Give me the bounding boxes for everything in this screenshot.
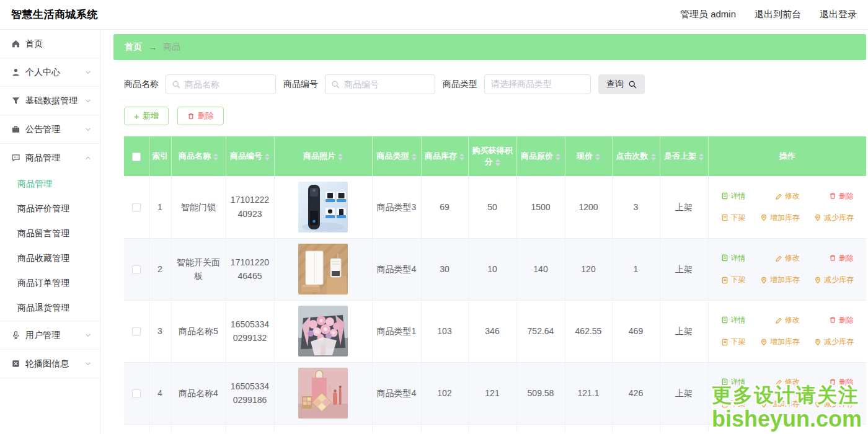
action-add-stock[interactable]: 增加库存 bbox=[760, 336, 800, 348]
cell-price: 120 bbox=[565, 238, 612, 300]
sidebar-item-5[interactable]: 用户管理 bbox=[0, 321, 100, 349]
cell-on-shelf: 上架 bbox=[660, 238, 708, 300]
action-off-shelf[interactable]: 下架 bbox=[721, 336, 746, 348]
action-add-stock[interactable]: 增加库存 bbox=[760, 398, 800, 410]
pin-icon bbox=[760, 214, 768, 221]
sidebar-subitem-4-4[interactable]: 商品订单管理 bbox=[0, 271, 100, 296]
action-delete[interactable]: 删除 bbox=[829, 252, 854, 264]
action-reduce-stock[interactable]: 减少库存 bbox=[814, 212, 854, 224]
sidebar-item-0[interactable]: 首页 bbox=[0, 30, 100, 58]
cell-stock: 103 bbox=[421, 300, 468, 362]
sort-caret-icon[interactable] bbox=[595, 153, 600, 161]
cell-type: 商品类型4 bbox=[372, 362, 421, 424]
sort-caret-icon[interactable] bbox=[556, 153, 560, 161]
name-filter-input[interactable] bbox=[185, 79, 270, 89]
column-header-original_price[interactable]: 商品原价 bbox=[516, 136, 565, 176]
chevron-down-icon bbox=[85, 332, 91, 339]
sidebar-item-4[interactable]: 商品管理 bbox=[0, 144, 100, 172]
doc-icon bbox=[721, 316, 728, 324]
cell-code: 1710122046465 bbox=[226, 238, 274, 300]
action-reduce-stock[interactable]: 减少库存 bbox=[814, 274, 854, 286]
row-checkbox[interactable] bbox=[132, 203, 141, 212]
code-filter-field[interactable] bbox=[325, 74, 435, 94]
cell-points: 346 bbox=[468, 300, 516, 362]
action-delete[interactable]: 删除 bbox=[829, 314, 854, 326]
search-button[interactable]: 查询 bbox=[598, 74, 645, 94]
select-all-checkbox[interactable] bbox=[132, 153, 141, 161]
action-off-shelf[interactable]: 下架 bbox=[721, 212, 746, 224]
exit-to-front-link[interactable]: 退出到前台 bbox=[755, 9, 801, 20]
column-header-stock[interactable]: 商品库存 bbox=[421, 136, 468, 176]
sidebar-item-label: 用户管理 bbox=[25, 330, 85, 341]
action-delete[interactable]: 删除 bbox=[829, 190, 854, 202]
pencil-icon bbox=[775, 254, 782, 262]
sidebar-item-label: 公告管理 bbox=[25, 124, 85, 135]
action-delete[interactable]: 删除 bbox=[829, 376, 854, 388]
action-detail[interactable]: 详情 bbox=[721, 190, 746, 202]
action-off-shelf[interactable]: 下架 bbox=[721, 398, 746, 410]
sidebar-subitem-4-2[interactable]: 商品留言管理 bbox=[0, 221, 100, 246]
column-header-price[interactable]: 现价 bbox=[565, 136, 612, 176]
column-header-on_shelf[interactable]: 是否上架 bbox=[660, 136, 708, 176]
code-filter-input[interactable] bbox=[344, 79, 429, 89]
type-filter-select[interactable]: 请选择商品类型 bbox=[484, 74, 591, 94]
sidebar-subitem-4-5[interactable]: 商品退货管理 bbox=[0, 296, 100, 321]
cell-clicks: 426 bbox=[612, 362, 660, 424]
sort-caret-icon[interactable] bbox=[412, 153, 417, 161]
pencil-icon bbox=[775, 192, 782, 200]
sidebar-group: 首页 bbox=[0, 30, 100, 58]
sidebar-subitem-4-3[interactable]: 商品收藏管理 bbox=[0, 246, 100, 271]
sort-caret-icon[interactable] bbox=[265, 153, 270, 161]
column-header-points[interactable]: 购买获得积分 bbox=[468, 136, 516, 176]
action-off-shelf[interactable]: 下架 bbox=[721, 274, 746, 286]
row-checkbox[interactable] bbox=[132, 265, 141, 274]
column-header-photo[interactable]: 商品照片 bbox=[274, 136, 372, 176]
cell-stock: 30 bbox=[421, 238, 468, 300]
doc-icon bbox=[721, 401, 728, 408]
action-edit[interactable]: 修改 bbox=[775, 252, 800, 264]
row-checkbox[interactable] bbox=[132, 327, 141, 336]
cell-original-price: 509.58 bbox=[516, 362, 565, 424]
action-edit[interactable]: 修改 bbox=[775, 314, 800, 326]
column-header-name[interactable]: 商品名称 bbox=[171, 136, 226, 176]
sort-caret-icon[interactable] bbox=[338, 153, 343, 161]
sidebar-item-2[interactable]: 基础数据管理 bbox=[0, 87, 100, 115]
pin-icon bbox=[760, 339, 768, 346]
user-icon bbox=[11, 68, 20, 77]
action-detail[interactable]: 详情 bbox=[721, 252, 746, 264]
action-edit[interactable]: 修改 bbox=[775, 376, 800, 388]
sort-caret-icon[interactable] bbox=[459, 153, 464, 161]
cell-type: 商品类型4 bbox=[372, 238, 421, 300]
action-edit[interactable]: 修改 bbox=[775, 190, 800, 202]
add-button[interactable]: + 新增 bbox=[124, 107, 169, 125]
action-add-stock[interactable]: 增加库存 bbox=[760, 212, 800, 224]
sort-caret-icon[interactable] bbox=[495, 159, 500, 166]
breadcrumb-home[interactable]: 首页 bbox=[125, 42, 142, 53]
sort-caret-icon[interactable] bbox=[699, 153, 704, 161]
delete-button[interactable]: 删除 bbox=[177, 107, 224, 125]
name-filter-field[interactable] bbox=[166, 74, 276, 94]
sidebar-subitem-4-0[interactable]: 商品管理 bbox=[0, 172, 100, 197]
sidebar-item-1[interactable]: 个人中心 bbox=[0, 58, 100, 86]
sort-caret-icon[interactable] bbox=[213, 153, 218, 161]
sidebar-item-label: 个人中心 bbox=[25, 67, 85, 78]
sidebar-item-6[interactable]: 轮播图信息 bbox=[0, 350, 100, 378]
cell-on-shelf: 上架 bbox=[660, 362, 708, 424]
sort-caret-icon[interactable] bbox=[651, 153, 656, 161]
sidebar-item-label: 商品管理 bbox=[25, 153, 85, 164]
column-header-type[interactable]: 商品类型 bbox=[372, 136, 421, 176]
action-detail[interactable]: 详情 bbox=[721, 376, 746, 388]
action-detail[interactable]: 详情 bbox=[721, 314, 746, 326]
column-header-code[interactable]: 商品编号 bbox=[226, 136, 274, 176]
search-icon bbox=[331, 80, 340, 89]
sidebar-item-3[interactable]: 公告管理 bbox=[0, 115, 100, 143]
logout-link[interactable]: 退出登录 bbox=[820, 9, 857, 20]
name-filter-label: 商品名称 bbox=[124, 79, 159, 90]
mic-icon bbox=[11, 330, 20, 340]
row-checkbox[interactable] bbox=[132, 389, 141, 398]
action-add-stock[interactable]: 增加库存 bbox=[760, 274, 800, 286]
sidebar-subitem-4-1[interactable]: 商品评价管理 bbox=[0, 197, 100, 221]
action-reduce-stock[interactable]: 减少库存 bbox=[814, 398, 854, 410]
action-reduce-stock[interactable]: 减少库存 bbox=[814, 336, 854, 348]
column-header-clicks[interactable]: 点击次数 bbox=[612, 136, 660, 176]
